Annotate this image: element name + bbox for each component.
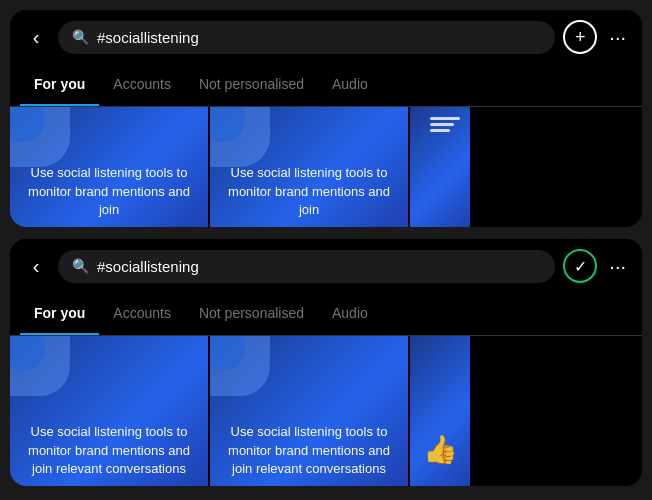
back-button-2[interactable]: ‹ (22, 255, 50, 278)
tabs-row-2: For you Accounts Not personalised Audio (10, 293, 642, 336)
tab-not-personalised-1[interactable]: Not personalised (185, 64, 318, 106)
tab-for-you-2[interactable]: For you (20, 293, 99, 335)
cards-row-2: Use social listening tools to monitor br… (10, 336, 642, 486)
card-line-2 (430, 123, 454, 126)
check-button-2[interactable]: ✓ (563, 249, 597, 283)
card-2-1[interactable]: Use social listening tools to monitor br… (10, 336, 210, 486)
top-bar-1: ‹ 🔍 #sociallistening + ··· (10, 10, 642, 64)
back-button-1[interactable]: ‹ (22, 26, 50, 49)
card-2-partial: 👍 (410, 336, 470, 486)
tab-audio-2[interactable]: Audio (318, 293, 382, 335)
card-text-2-1: Use social listening tools to monitor br… (10, 415, 208, 486)
search-icon-2: 🔍 (72, 258, 89, 274)
card-text-2-2: Use social listening tools to monitor br… (210, 415, 408, 486)
card-text-1-2: Use social listening tools to monitor br… (210, 156, 408, 227)
tab-accounts-2[interactable]: Accounts (99, 293, 185, 335)
card-line-1 (430, 117, 460, 120)
cards-row-1: Use social listening tools to monitor br… (10, 107, 642, 227)
more-button-2[interactable]: ··· (605, 251, 630, 282)
more-button-1[interactable]: ··· (605, 22, 630, 53)
card-text-1-1: Use social listening tools to monitor br… (10, 156, 208, 227)
plus-icon-1: + (575, 27, 586, 48)
search-icon-1: 🔍 (72, 29, 89, 45)
thumb-up-icon: 👍 (423, 433, 458, 466)
tabs-row-1: For you Accounts Not personalised Audio (10, 64, 642, 107)
search-bar-1[interactable]: 🔍 #sociallistening (58, 21, 555, 54)
search-query-2: #sociallistening (97, 258, 199, 275)
tab-not-personalised-2[interactable]: Not personalised (185, 293, 318, 335)
top-bar-2: ‹ 🔍 #sociallistening ✓ ··· (10, 239, 642, 293)
card-icon-lines (430, 117, 460, 132)
add-button-1[interactable]: + (563, 20, 597, 54)
card-1-partial (410, 107, 470, 227)
panel-2: ‹ 🔍 #sociallistening ✓ ··· For you Accou… (10, 239, 642, 486)
card-1-2[interactable]: Use social listening tools to monitor br… (210, 107, 410, 227)
card-line-3 (430, 129, 450, 132)
tab-accounts-1[interactable]: Accounts (99, 64, 185, 106)
card-1-1[interactable]: Use social listening tools to monitor br… (10, 107, 210, 227)
search-bar-2[interactable]: 🔍 #sociallistening (58, 250, 555, 283)
card-2-2[interactable]: Use social listening tools to monitor br… (210, 336, 410, 486)
card-icon-area (430, 117, 460, 132)
panel-1: ‹ 🔍 #sociallistening + ··· For you Accou… (10, 10, 642, 227)
check-icon-2: ✓ (574, 257, 587, 276)
search-query-1: #sociallistening (97, 29, 199, 46)
tab-for-you-1[interactable]: For you (20, 64, 99, 106)
tab-audio-1[interactable]: Audio (318, 64, 382, 106)
